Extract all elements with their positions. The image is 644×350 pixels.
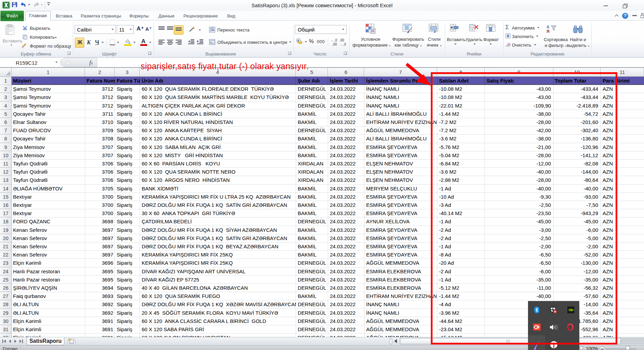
svg-text:А: А xyxy=(546,25,550,29)
svg-text:Я: Я xyxy=(546,29,550,34)
svg-text:a: a xyxy=(211,41,212,43)
